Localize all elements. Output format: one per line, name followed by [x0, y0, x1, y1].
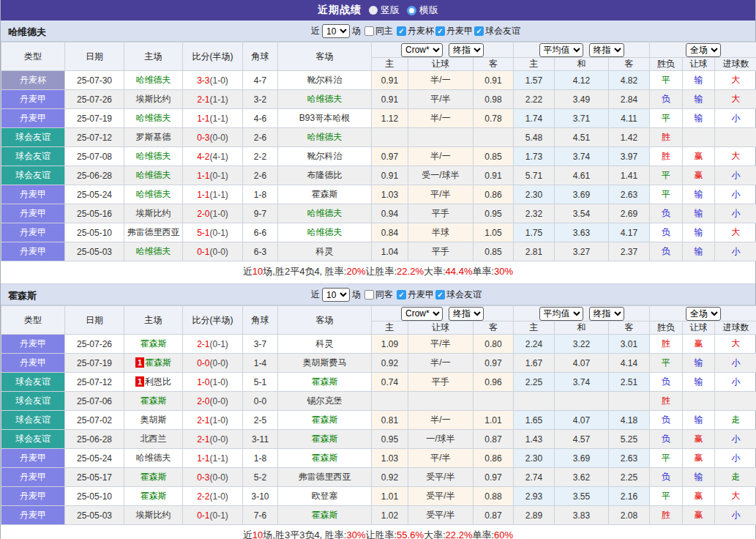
summary-segment: 30% [346, 529, 365, 539]
league-filter[interactable]: ✓丹麦杯 [395, 25, 434, 37]
handicap-home-odds: 0.84 [372, 223, 408, 242]
home-team[interactable]: 北西兰 [124, 430, 183, 449]
average-source-select[interactable]: 平均值 [539, 43, 583, 57]
home-team[interactable]: 哈维德夫 [124, 71, 183, 90]
average-source-select[interactable]: 平均值 [539, 307, 583, 321]
avg-home-odds: 2.89 [514, 506, 555, 525]
same-venue-checkbox[interactable]: ✓ [364, 26, 374, 36]
odds-period-select[interactable]: 终指 [449, 43, 484, 57]
home-team[interactable]: 埃斯比约 [124, 204, 183, 223]
away-team[interactable]: 欧登塞 [278, 487, 372, 506]
home-team[interactable]: 霍森斯 [124, 392, 183, 411]
summary-segment: 场,胜2平4负4, 胜率: [263, 265, 346, 278]
home-team[interactable]: 哈维德夫 [124, 185, 183, 204]
home-team[interactable]: 哈维德夫 [124, 147, 183, 166]
avg-home-odds: 1.65 [514, 411, 555, 430]
home-team[interactable]: 1利恩比 [124, 373, 183, 392]
away-team[interactable]: 锡尔克堡 [278, 392, 372, 411]
outcome-result: 平 [650, 185, 683, 204]
away-team[interactable]: 弗雷德里西亚 [278, 468, 372, 487]
league-checkbox[interactable]: ✓ [397, 290, 406, 300]
handicap-result [683, 392, 715, 411]
away-team[interactable]: 哈维德夫 [278, 204, 372, 223]
summary-segment: 10 [252, 266, 263, 277]
home-team[interactable]: 哈维德夫 [124, 109, 183, 128]
away-team[interactable]: 霍森斯 [278, 506, 372, 525]
league-checkbox[interactable]: ✓ [397, 26, 406, 36]
summary-segment: 大率: [424, 529, 446, 539]
recent-count-select[interactable]: 10 [322, 24, 350, 38]
average-period-select[interactable]: 终指 [589, 43, 624, 57]
goals-result: 走 [715, 411, 756, 430]
home-team[interactable]: 弗雷德里西亚 [124, 223, 183, 242]
away-team[interactable]: 哈维德夫 [278, 128, 372, 147]
home-team[interactable]: 霍森斯 [124, 487, 183, 506]
league-filter[interactable]: ✓丹麦甲 [434, 25, 473, 37]
match-row: 球会友谊25-07-02奥胡斯2-1(1-0)2-5霍森斯0.81半/一1.01… [1, 411, 756, 430]
corner-count: 2-6 [243, 166, 278, 185]
recent-count-select[interactable]: 10 [322, 288, 350, 302]
league-filter[interactable]: ✓球会友谊 [473, 25, 520, 37]
league-checkbox[interactable]: ✓ [435, 290, 445, 300]
sub-col-label: 和 [555, 321, 609, 335]
home-team[interactable]: 罗斯基德 [124, 128, 183, 147]
match-row: 球会友谊25-06-28北西兰2-1(0-0)3-11霍森斯0.95一/球半0.… [1, 430, 756, 449]
handicap-line: 平/半 [408, 185, 474, 204]
handicap-home-odds: 1.09 [372, 335, 408, 354]
team-section: 哈维德夫 近 10 场 ✓ 同主 ✓丹麦杯✓丹麦甲✓球会友谊 类型日期主场比分(… [1, 21, 755, 281]
odds-source-select[interactable]: Crow* [401, 307, 443, 321]
scope-select[interactable]: 全场 [686, 307, 721, 321]
handicap-odds-group: Crow*终指 [372, 42, 514, 58]
home-team[interactable]: 哈维德夫 [124, 449, 183, 468]
away-team[interactable]: 霍森斯 [278, 449, 372, 468]
col-type: 类型 [1, 42, 65, 71]
away-team[interactable]: 科灵 [278, 335, 372, 354]
away-team[interactable]: 霍森斯 [278, 411, 372, 430]
home-team[interactable]: 1霍森斯 [124, 354, 183, 373]
away-team[interactable]: 科灵 [278, 242, 372, 261]
league-filter[interactable]: ✓丹麦甲 [395, 289, 434, 301]
handicap-line: 半/一 [408, 354, 474, 373]
home-team[interactable]: 霍森斯 [124, 335, 183, 354]
radio-selected-icon[interactable] [407, 6, 416, 15]
away-team[interactable]: 奥胡斯费马 [278, 354, 372, 373]
home-team[interactable]: 奥胡斯 [124, 411, 183, 430]
same-venue-filter[interactable]: ✓ 同主 [363, 25, 393, 37]
avg-home-odds: 1.67 [514, 354, 555, 373]
home-team[interactable]: 霍森斯 [124, 468, 183, 487]
away-team[interactable]: 布隆德比 [278, 166, 372, 185]
handicap-result: 赢 [683, 449, 715, 468]
away-team[interactable]: 霍森斯 [278, 430, 372, 449]
same-venue-checkbox[interactable]: ✓ [364, 290, 374, 300]
home-team[interactable]: 埃斯比约 [124, 506, 183, 525]
away-team[interactable]: 靴尔科治 [278, 147, 372, 166]
handicap-home-odds: 0.91 [372, 166, 408, 185]
corner-count: 3-7 [243, 335, 278, 354]
handicap-home-odds: 0.81 [372, 411, 408, 430]
league-checkbox[interactable]: ✓ [474, 26, 484, 36]
odds-source-select[interactable]: Crow* [401, 43, 443, 57]
odds-period-select[interactable]: 终指 [449, 307, 484, 321]
same-venue-filter[interactable]: ✓ 同客 [363, 289, 393, 301]
home-team[interactable]: 哈维德夫 [124, 166, 183, 185]
layout-radio-vertical[interactable]: 竖版 [369, 4, 400, 17]
league-checkbox[interactable]: ✓ [435, 26, 445, 36]
average-period-select[interactable]: 终指 [589, 307, 624, 321]
layout-radio-horizontal[interactable]: 横版 [407, 4, 438, 17]
outcome-result: 负 [650, 223, 683, 242]
away-team[interactable]: 哈维德夫 [278, 90, 372, 109]
away-team[interactable]: B93哥本哈根 [278, 109, 372, 128]
score: 1-1(1-1) [183, 109, 243, 128]
radio-unselected-icon[interactable] [369, 6, 378, 15]
avg-home-odds: 1.57 [514, 71, 555, 90]
away-team[interactable]: 靴尔科治 [278, 71, 372, 90]
away-team[interactable]: 霍森斯 [278, 373, 372, 392]
home-team[interactable]: 埃斯比约 [124, 90, 183, 109]
league-filter[interactable]: ✓球会友谊 [434, 289, 482, 301]
home-team[interactable]: 哈维德夫 [124, 242, 183, 261]
scope-select[interactable]: 全场 [686, 43, 721, 57]
away-team[interactable]: 哈维德夫 [278, 223, 372, 242]
away-team[interactable]: 霍森斯 [278, 185, 372, 204]
match-date: 25-05-16 [65, 204, 124, 223]
handicap-home-odds: 1.12 [372, 109, 408, 128]
